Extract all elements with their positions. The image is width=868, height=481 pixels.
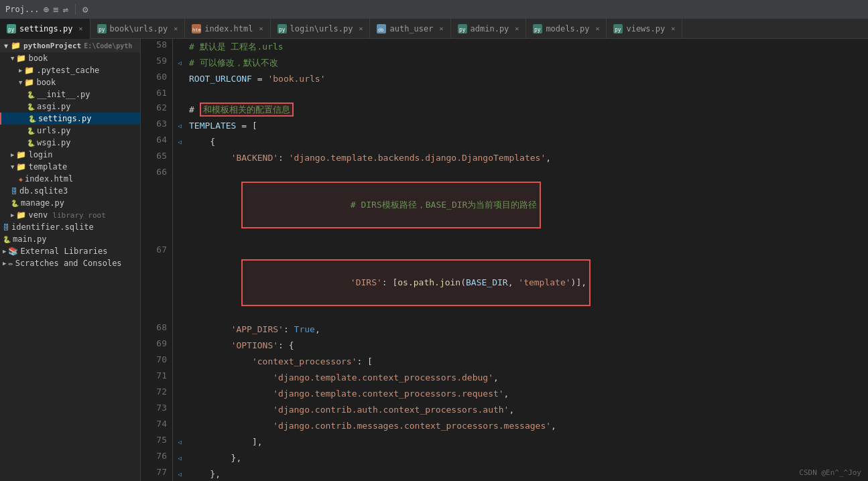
- tab-index-html[interactable]: htm index.html ✕: [185, 19, 270, 39]
- py-file-icon: 🐍: [27, 127, 35, 135]
- line-number: 69: [141, 338, 173, 354]
- tab-close-views-py[interactable]: ✕: [671, 25, 675, 32]
- sidebar-item-manage-py[interactable]: 🐍 manage.py: [0, 197, 140, 209]
- svg-text:db: db: [378, 27, 383, 33]
- tab-auth-user-label: auth_user: [389, 24, 433, 33]
- line-number: 65: [141, 150, 173, 166]
- models-py-icon: py: [533, 24, 542, 33]
- code-line-75: 75 ◁ ],: [141, 434, 868, 450]
- code-content: 'OPTIONS': {: [186, 338, 868, 354]
- db-icon: 🗄: [11, 188, 17, 195]
- tab-models-py[interactable]: py models.py ✕: [526, 19, 607, 39]
- line-number: 77: [141, 466, 173, 481]
- sidebar-item-venv[interactable]: ▶ 📁 venv library root: [0, 209, 140, 221]
- py-file-icon: 🐍: [28, 115, 36, 123]
- tab-views-py[interactable]: py views.py ✕: [607, 19, 682, 39]
- code-content: [186, 87, 868, 102]
- sidebar-item-scratches[interactable]: ▶ ✏ Scratches and Consoles: [0, 257, 140, 269]
- chevron-down-icon: ▼: [11, 55, 14, 62]
- gutter: ◁: [173, 466, 186, 481]
- code-editor[interactable]: 58 # 默认是 工程名.urls 59 ◁ # 可以修改，默认不改 60 RO…: [141, 39, 868, 481]
- code-content: ROOT_URLCONF = 'book.urls': [186, 71, 868, 87]
- sidebar-item-pytest-cache[interactable]: ▶ 📁 .pytest_cache: [0, 64, 140, 76]
- sidebar-item-settings-py[interactable]: 🐍 settings.py: [0, 113, 140, 125]
- tab-views-py-label: views.py: [626, 24, 665, 33]
- tab-admin-py[interactable]: py admin.py ✕: [451, 19, 527, 39]
- admin-py-icon: py: [458, 24, 467, 33]
- py-file-icon: 🐍: [11, 200, 19, 207]
- sidebar-item-label: book: [36, 78, 56, 87]
- sidebar-item-label: External Libraries: [20, 247, 107, 256]
- code-content: 'BACKEND': 'django.template.backends.dja…: [186, 150, 868, 166]
- tab-close-admin-py[interactable]: ✕: [515, 25, 519, 32]
- sidebar-item-db-sqlite3[interactable]: 🗄 db.sqlite3: [0, 185, 140, 197]
- gutter: ◁: [173, 55, 186, 71]
- sidebar-item-label: .pytest_cache: [36, 66, 99, 75]
- book-urls-icon: py: [97, 24, 107, 33]
- sidebar-item-book-sub[interactable]: ▼ 📁 book: [0, 76, 140, 88]
- tab-close-settings-py[interactable]: ✕: [78, 25, 82, 32]
- gutter: [173, 244, 186, 322]
- code-content: 'django.contrib.messages.context_process…: [186, 418, 868, 434]
- chevron-down-icon: ▼: [4, 42, 8, 50]
- main-area: ▼ 📁 pythonProject E:\Code\pyth ▼ 📁 book …: [0, 39, 868, 481]
- sidebar-item-wsgi-py[interactable]: 🐍 wsgi.py: [0, 137, 140, 149]
- toolbar-icon-settings[interactable]: ⚙: [82, 4, 88, 15]
- sidebar-item-label: venv: [28, 210, 48, 220]
- tab-auth-user[interactable]: db auth_user ✕: [370, 19, 450, 39]
- library-root-label: library root: [52, 211, 105, 220]
- tab-index-html-label: index.html: [204, 24, 253, 33]
- tab-close-auth-user[interactable]: ✕: [440, 25, 444, 32]
- code-content: 'DIRS': [os.path.join(BASE_DIR, 'templat…: [186, 244, 868, 322]
- folder-icon: 📁: [16, 210, 26, 220]
- sidebar-item-login[interactable]: ▶ 📁 login: [0, 149, 140, 161]
- chevron-right-icon: ▶: [11, 212, 14, 218]
- code-content: ],: [186, 434, 868, 450]
- sidebar-item-index-html[interactable]: ◈ index.html: [0, 173, 140, 185]
- toolbar-icon-list[interactable]: ≡: [53, 4, 58, 15]
- watermark: CSDN @En^_^Joy: [799, 468, 861, 477]
- sidebar-item-label: Scratches and Consoles: [15, 259, 122, 268]
- code-line-74: 74 'django.contrib.messages.context_proc…: [141, 418, 868, 434]
- tab-book-urls-label: book\urls.py: [110, 24, 168, 33]
- code-line-60: 60 ROOT_URLCONF = 'book.urls': [141, 71, 868, 87]
- sidebar-item-label: identifier.sqlite: [11, 222, 94, 232]
- tab-book-urls-py[interactable]: py book\urls.py ✕: [90, 19, 186, 39]
- toolbar-icon-split[interactable]: ⇌: [62, 4, 68, 15]
- tab-close-login-urls[interactable]: ✕: [359, 25, 363, 32]
- sidebar-item-label: login: [28, 150, 52, 159]
- sidebar-item-label: settings.py: [38, 114, 91, 123]
- project-name: pythonProject: [23, 42, 81, 50]
- tab-login-urls-py[interactable]: py login\urls.py ✕: [271, 19, 371, 39]
- line-number: 63: [141, 118, 173, 134]
- line-number: 66: [141, 166, 173, 244]
- tab-close-book-urls[interactable]: ✕: [174, 25, 178, 32]
- code-content: 'APP_DIRS': True,: [186, 322, 868, 338]
- code-line-71: 71 'django.template.context_processors.d…: [141, 370, 868, 386]
- code-content: # 可以修改，默认不改: [186, 55, 868, 71]
- project-root[interactable]: ▼ 📁 pythonProject E:\Code\pyth: [0, 39, 140, 52]
- tab-settings-py[interactable]: py settings.py ✕: [0, 19, 90, 39]
- toolbar-icon-add[interactable]: ⊕: [44, 4, 49, 15]
- sidebar-item-label: index.html: [25, 174, 73, 184]
- sidebar-item-label: book: [28, 54, 48, 63]
- sidebar-item-identifier-sqlite[interactable]: 🗄 identifier.sqlite: [0, 221, 140, 233]
- tab-admin-py-label: admin.py: [471, 24, 509, 33]
- sidebar-item-main-py[interactable]: 🐍 main.py: [0, 233, 140, 245]
- gutter: [173, 166, 186, 244]
- sidebar-item-book-folder[interactable]: ▼ 📁 book: [0, 52, 140, 64]
- tab-close-index-html[interactable]: ✕: [259, 25, 263, 32]
- chevron-right-icon: ▶: [3, 260, 6, 267]
- gutter: ◁: [173, 134, 186, 150]
- sidebar-item-external-libs[interactable]: ▶ 📚 External Libraries: [0, 245, 140, 257]
- code-line-61: 61: [141, 87, 868, 102]
- svg-text:py: py: [99, 27, 105, 33]
- tab-close-models-py[interactable]: ✕: [595, 25, 599, 32]
- sidebar-item-urls-py[interactable]: 🐍 urls.py: [0, 125, 140, 137]
- code-content: # DIRS模板路径，BASE_DIR为当前项目的路径: [186, 166, 868, 244]
- chevron-right-icon: ▶: [19, 67, 22, 74]
- sidebar-item-asgi-py[interactable]: 🐍 asgi.py: [0, 100, 140, 113]
- sidebar-item-init-py[interactable]: 🐍 __init__.py: [0, 88, 140, 100]
- sidebar-item-template[interactable]: ▼ 📁 template: [0, 161, 140, 173]
- py-file-icon: 🐍: [27, 103, 35, 111]
